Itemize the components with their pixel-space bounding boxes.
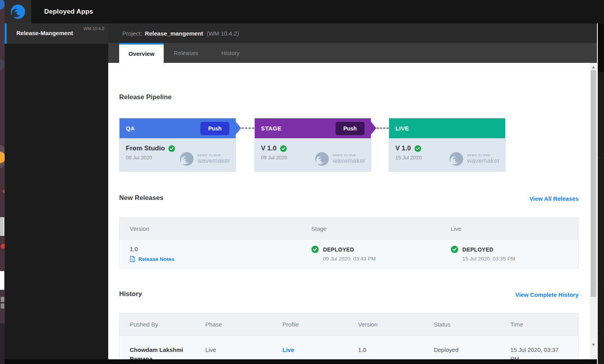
sidebar: Release-Mangement WM 10.4.2 (5, 23, 108, 364)
history-table: Pushed By Phase Profile Version Status T… (119, 313, 579, 359)
vertical-scrollbar[interactable] (590, 63, 597, 359)
logo-caption: DEMO CLOUD (197, 153, 230, 157)
scroll-down-arrow[interactable] (592, 344, 595, 346)
table-header: Version Stage Live (120, 218, 578, 239)
column-header-pushed-by: Pushed By (120, 313, 206, 335)
project-label: Project: (122, 30, 142, 37)
stage-arrow (236, 121, 241, 135)
scroll-up-arrow[interactable] (592, 66, 595, 68)
check-circle-icon (415, 145, 421, 152)
pipeline-card-stage-body: V 1.0 09 Jul 2020 DEMO CLOUD wavemaker (255, 138, 371, 172)
stage-version: V 1.0 (395, 145, 411, 152)
push-button-stage[interactable]: Push (336, 122, 365, 135)
dock-icon-fragment[interactable] (1, 297, 4, 302)
page-title: Deployed Apps (44, 0, 93, 23)
stage-date: 09 Jul 2020 (261, 155, 287, 161)
tab-history[interactable]: History (208, 43, 253, 63)
pipeline-connector (241, 128, 254, 128)
stage-name: QA (126, 125, 135, 132)
column-header-phase: Phase (206, 313, 282, 335)
pipeline-connector (377, 128, 389, 128)
history-pushed-by: Chowdam Lakshmi Ramana (130, 345, 191, 359)
overview-content: Release Pipeline QA Push From Studio 09 … (108, 63, 590, 359)
logo-name: wavemaker (197, 157, 230, 164)
stage-name: LIVE (395, 125, 409, 132)
project-version: (WM 10.4.2) (207, 30, 239, 37)
table-row: 1.0 Release Notes DEPLOYED 09 Jul 2020, … (120, 239, 578, 268)
sidebar-app-version-badge: WM 10.4.2 (84, 26, 104, 31)
pipeline-card-qa-header: QA Push (120, 118, 236, 138)
topbar: Deployed Apps (5, 0, 604, 23)
sidebar-app-name: Release-Mangement (16, 30, 73, 36)
pipeline-card-stage: STAGE Push V 1.0 09 Jul 2020 (254, 118, 371, 172)
stage-arrow (371, 121, 376, 135)
check-circle-icon (168, 145, 175, 152)
column-header-status: Status (434, 313, 510, 335)
sidebar-item-release-mangement[interactable]: Release-Mangement WM 10.4.2 (5, 23, 108, 44)
demo-cloud-logo: DEMO CLOUD wavemaker (449, 146, 500, 172)
demo-cloud-logo: DEMO CLOUD wavemaker (179, 146, 230, 172)
pipeline-card-stage-header: STAGE Push (255, 118, 371, 138)
dock-strip (0, 0, 5, 364)
history-status: Deployed (434, 336, 510, 359)
wavemaker-wave-icon (179, 152, 194, 166)
logo-name: wavemaker (467, 157, 500, 164)
column-header-version: Version (120, 218, 311, 239)
stage-version: From Studio (126, 145, 165, 152)
stage-version: V 1.0 (261, 145, 277, 152)
window-bottom-bar (5, 359, 597, 364)
project-header: Project: Release_mangement (WM 10.4.2) (108, 23, 597, 43)
dock-icon-fragment[interactable] (0, 271, 4, 290)
check-circle-icon (311, 246, 319, 253)
table-row: Chowdam Lakshmi Ramana Live Live 1.0 Dep… (120, 336, 578, 359)
stage-deploy-time: 09 Jul 2020, 03:43 PM (323, 256, 451, 262)
dock-icon-fragment[interactable] (1, 244, 5, 249)
release-pipeline: QA Push From Studio 09 Jul 2020 (119, 118, 579, 172)
pipeline-card-qa-body: From Studio 09 Jul 2020 DEMO CLOUD wavem… (120, 138, 236, 172)
wavemaker-wave-icon (449, 152, 464, 166)
logo-name: wavemaker (332, 157, 365, 164)
dock-icon-fragment[interactable] (0, 217, 4, 236)
release-notes-link[interactable]: Release Notes (130, 256, 311, 262)
pipeline-card-live-header: LIVE (389, 118, 505, 138)
view-all-releases-link[interactable]: View All Releases (529, 195, 579, 202)
view-complete-history-link[interactable]: View Complete History (515, 291, 579, 298)
new-releases-title: New Releases (119, 194, 163, 202)
dock-icon-fragment[interactable] (0, 59, 5, 70)
dock-icon-fragment[interactable] (1, 303, 4, 309)
check-circle-icon (451, 246, 458, 253)
pipeline-card-live-body: V 1.0 15 Jul 2020 DEMO CLOUD wavemaker (389, 138, 505, 172)
history-version: 1.0 (358, 336, 434, 359)
app-window: Deployed Apps Release-Mangement WM 10.4.… (0, 0, 604, 364)
history-profile-link[interactable]: Live (282, 346, 294, 353)
push-button-qa[interactable]: Push (200, 122, 229, 135)
column-header-live: Live (451, 218, 578, 239)
live-status: DEPLOYED (463, 246, 493, 253)
wavemaker-logo-button[interactable] (5, 0, 31, 23)
logo-caption: DEMO CLOUD (467, 153, 500, 157)
column-header-version: Version (358, 313, 434, 335)
history-title: History (119, 290, 142, 298)
history-phase: Live (206, 336, 282, 359)
release-version: 1.0 (130, 246, 311, 252)
tab-overview[interactable]: Overview (119, 43, 164, 63)
live-deploy-time: 15 Jul 2020, 03:35 PM (463, 256, 578, 262)
column-header-stage: Stage (311, 218, 451, 239)
logo-caption: DEMO CLOUD (332, 153, 365, 157)
demo-cloud-logo: DEMO CLOUD wavemaker (315, 146, 365, 172)
stage-status: DEPLOYED (323, 246, 354, 253)
check-circle-icon (280, 145, 287, 152)
tab-bar: Overview Releases History (108, 43, 597, 63)
stage-date: 09 Jul 2020 (126, 155, 175, 161)
window-edge-line (597, 23, 598, 364)
scrollbar-thumb[interactable] (591, 70, 596, 297)
column-header-time: Time (510, 313, 578, 335)
column-header-profile: Profile (282, 313, 358, 335)
tab-releases[interactable]: Releases (164, 43, 208, 63)
wavemaker-logo-icon (10, 4, 26, 20)
release-pipeline-title: Release Pipeline (119, 93, 579, 101)
background-strip (598, 23, 604, 364)
document-icon (130, 256, 135, 262)
dock-icon-fragment[interactable] (0, 0, 5, 10)
pipeline-card-live: LIVE V 1.0 15 Jul 2020 DEMO CLOUD (389, 118, 506, 172)
